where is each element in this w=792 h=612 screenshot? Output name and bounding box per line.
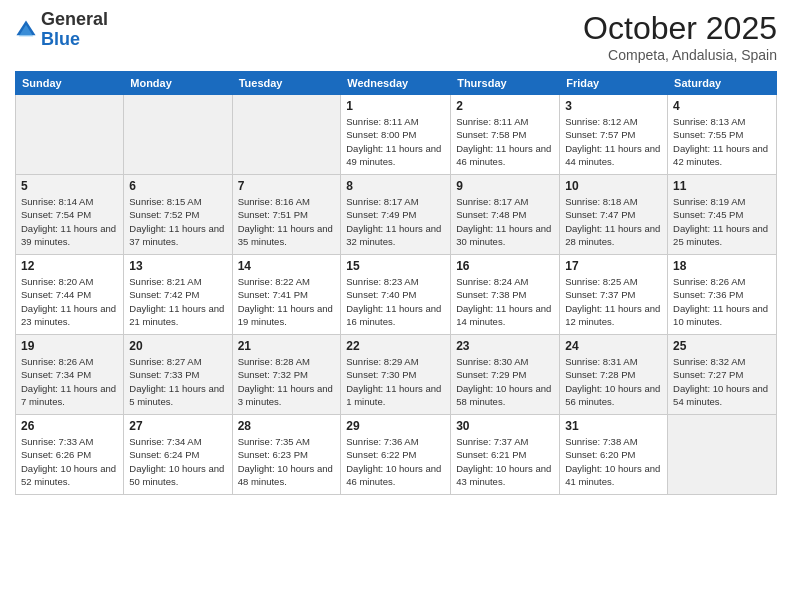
day-number: 7	[238, 179, 336, 193]
calendar-cell: 17Sunrise: 8:25 AMSunset: 7:37 PMDayligh…	[560, 255, 668, 335]
day-number: 18	[673, 259, 771, 273]
day-info: Sunrise: 8:12 AMSunset: 7:57 PMDaylight:…	[565, 115, 662, 168]
calendar-week-4: 19Sunrise: 8:26 AMSunset: 7:34 PMDayligh…	[16, 335, 777, 415]
calendar-cell: 18Sunrise: 8:26 AMSunset: 7:36 PMDayligh…	[668, 255, 777, 335]
day-info: Sunrise: 8:28 AMSunset: 7:32 PMDaylight:…	[238, 355, 336, 408]
day-number: 22	[346, 339, 445, 353]
day-number: 1	[346, 99, 445, 113]
calendar-cell: 20Sunrise: 8:27 AMSunset: 7:33 PMDayligh…	[124, 335, 232, 415]
day-info: Sunrise: 8:27 AMSunset: 7:33 PMDaylight:…	[129, 355, 226, 408]
day-number: 8	[346, 179, 445, 193]
calendar-cell: 9Sunrise: 8:17 AMSunset: 7:48 PMDaylight…	[451, 175, 560, 255]
calendar-week-5: 26Sunrise: 7:33 AMSunset: 6:26 PMDayligh…	[16, 415, 777, 495]
logo-icon	[15, 19, 37, 41]
day-info: Sunrise: 8:11 AMSunset: 8:00 PMDaylight:…	[346, 115, 445, 168]
calendar-cell: 12Sunrise: 8:20 AMSunset: 7:44 PMDayligh…	[16, 255, 124, 335]
day-number: 25	[673, 339, 771, 353]
calendar-cell: 24Sunrise: 8:31 AMSunset: 7:28 PMDayligh…	[560, 335, 668, 415]
calendar-cell: 19Sunrise: 8:26 AMSunset: 7:34 PMDayligh…	[16, 335, 124, 415]
day-number: 4	[673, 99, 771, 113]
day-info: Sunrise: 7:34 AMSunset: 6:24 PMDaylight:…	[129, 435, 226, 488]
day-number: 30	[456, 419, 554, 433]
day-info: Sunrise: 8:26 AMSunset: 7:36 PMDaylight:…	[673, 275, 771, 328]
weekday-header-row: SundayMondayTuesdayWednesdayThursdayFrid…	[16, 72, 777, 95]
calendar-cell: 3Sunrise: 8:12 AMSunset: 7:57 PMDaylight…	[560, 95, 668, 175]
calendar-week-1: 1Sunrise: 8:11 AMSunset: 8:00 PMDaylight…	[16, 95, 777, 175]
day-info: Sunrise: 8:24 AMSunset: 7:38 PMDaylight:…	[456, 275, 554, 328]
calendar-cell: 8Sunrise: 8:17 AMSunset: 7:49 PMDaylight…	[341, 175, 451, 255]
calendar-cell: 25Sunrise: 8:32 AMSunset: 7:27 PMDayligh…	[668, 335, 777, 415]
day-number: 6	[129, 179, 226, 193]
day-number: 17	[565, 259, 662, 273]
day-info: Sunrise: 8:15 AMSunset: 7:52 PMDaylight:…	[129, 195, 226, 248]
calendar-cell: 10Sunrise: 8:18 AMSunset: 7:47 PMDayligh…	[560, 175, 668, 255]
day-info: Sunrise: 8:31 AMSunset: 7:28 PMDaylight:…	[565, 355, 662, 408]
day-info: Sunrise: 8:18 AMSunset: 7:47 PMDaylight:…	[565, 195, 662, 248]
day-info: Sunrise: 8:11 AMSunset: 7:58 PMDaylight:…	[456, 115, 554, 168]
weekday-friday: Friday	[560, 72, 668, 95]
day-number: 12	[21, 259, 118, 273]
day-number: 5	[21, 179, 118, 193]
calendar-cell: 22Sunrise: 8:29 AMSunset: 7:30 PMDayligh…	[341, 335, 451, 415]
weekday-saturday: Saturday	[668, 72, 777, 95]
day-info: Sunrise: 8:22 AMSunset: 7:41 PMDaylight:…	[238, 275, 336, 328]
calendar-week-2: 5Sunrise: 8:14 AMSunset: 7:54 PMDaylight…	[16, 175, 777, 255]
day-number: 2	[456, 99, 554, 113]
day-number: 14	[238, 259, 336, 273]
calendar-cell: 23Sunrise: 8:30 AMSunset: 7:29 PMDayligh…	[451, 335, 560, 415]
day-info: Sunrise: 8:26 AMSunset: 7:34 PMDaylight:…	[21, 355, 118, 408]
calendar-cell: 26Sunrise: 7:33 AMSunset: 6:26 PMDayligh…	[16, 415, 124, 495]
calendar-cell: 21Sunrise: 8:28 AMSunset: 7:32 PMDayligh…	[232, 335, 341, 415]
day-info: Sunrise: 8:16 AMSunset: 7:51 PMDaylight:…	[238, 195, 336, 248]
calendar-cell: 28Sunrise: 7:35 AMSunset: 6:23 PMDayligh…	[232, 415, 341, 495]
calendar-cell: 7Sunrise: 8:16 AMSunset: 7:51 PMDaylight…	[232, 175, 341, 255]
calendar-cell: 15Sunrise: 8:23 AMSunset: 7:40 PMDayligh…	[341, 255, 451, 335]
day-info: Sunrise: 8:25 AMSunset: 7:37 PMDaylight:…	[565, 275, 662, 328]
day-number: 27	[129, 419, 226, 433]
calendar-cell: 31Sunrise: 7:38 AMSunset: 6:20 PMDayligh…	[560, 415, 668, 495]
month-title: October 2025	[583, 10, 777, 47]
day-number: 9	[456, 179, 554, 193]
location-subtitle: Competa, Andalusia, Spain	[583, 47, 777, 63]
calendar-cell: 27Sunrise: 7:34 AMSunset: 6:24 PMDayligh…	[124, 415, 232, 495]
day-info: Sunrise: 7:36 AMSunset: 6:22 PMDaylight:…	[346, 435, 445, 488]
day-info: Sunrise: 8:19 AMSunset: 7:45 PMDaylight:…	[673, 195, 771, 248]
calendar-cell	[232, 95, 341, 175]
day-info: Sunrise: 8:13 AMSunset: 7:55 PMDaylight:…	[673, 115, 771, 168]
calendar-cell: 6Sunrise: 8:15 AMSunset: 7:52 PMDaylight…	[124, 175, 232, 255]
calendar-week-3: 12Sunrise: 8:20 AMSunset: 7:44 PMDayligh…	[16, 255, 777, 335]
calendar-cell	[16, 95, 124, 175]
weekday-sunday: Sunday	[16, 72, 124, 95]
logo-general: General	[41, 9, 108, 29]
day-number: 3	[565, 99, 662, 113]
day-number: 16	[456, 259, 554, 273]
day-info: Sunrise: 7:33 AMSunset: 6:26 PMDaylight:…	[21, 435, 118, 488]
weekday-wednesday: Wednesday	[341, 72, 451, 95]
day-number: 20	[129, 339, 226, 353]
day-info: Sunrise: 8:32 AMSunset: 7:27 PMDaylight:…	[673, 355, 771, 408]
calendar-cell	[124, 95, 232, 175]
day-number: 13	[129, 259, 226, 273]
day-info: Sunrise: 8:17 AMSunset: 7:49 PMDaylight:…	[346, 195, 445, 248]
day-info: Sunrise: 8:21 AMSunset: 7:42 PMDaylight:…	[129, 275, 226, 328]
page-header: General Blue October 2025 Competa, Andal…	[15, 10, 777, 63]
day-number: 24	[565, 339, 662, 353]
weekday-thursday: Thursday	[451, 72, 560, 95]
day-number: 31	[565, 419, 662, 433]
calendar-cell: 4Sunrise: 8:13 AMSunset: 7:55 PMDaylight…	[668, 95, 777, 175]
calendar-cell: 14Sunrise: 8:22 AMSunset: 7:41 PMDayligh…	[232, 255, 341, 335]
calendar-cell: 5Sunrise: 8:14 AMSunset: 7:54 PMDaylight…	[16, 175, 124, 255]
day-info: Sunrise: 7:35 AMSunset: 6:23 PMDaylight:…	[238, 435, 336, 488]
day-number: 28	[238, 419, 336, 433]
calendar-cell	[668, 415, 777, 495]
title-block: October 2025 Competa, Andalusia, Spain	[583, 10, 777, 63]
calendar-cell: 1Sunrise: 8:11 AMSunset: 8:00 PMDaylight…	[341, 95, 451, 175]
calendar-cell: 30Sunrise: 7:37 AMSunset: 6:21 PMDayligh…	[451, 415, 560, 495]
calendar-cell: 16Sunrise: 8:24 AMSunset: 7:38 PMDayligh…	[451, 255, 560, 335]
day-info: Sunrise: 8:29 AMSunset: 7:30 PMDaylight:…	[346, 355, 445, 408]
day-number: 21	[238, 339, 336, 353]
calendar-table: SundayMondayTuesdayWednesdayThursdayFrid…	[15, 71, 777, 495]
day-number: 23	[456, 339, 554, 353]
day-info: Sunrise: 8:17 AMSunset: 7:48 PMDaylight:…	[456, 195, 554, 248]
weekday-tuesday: Tuesday	[232, 72, 341, 95]
